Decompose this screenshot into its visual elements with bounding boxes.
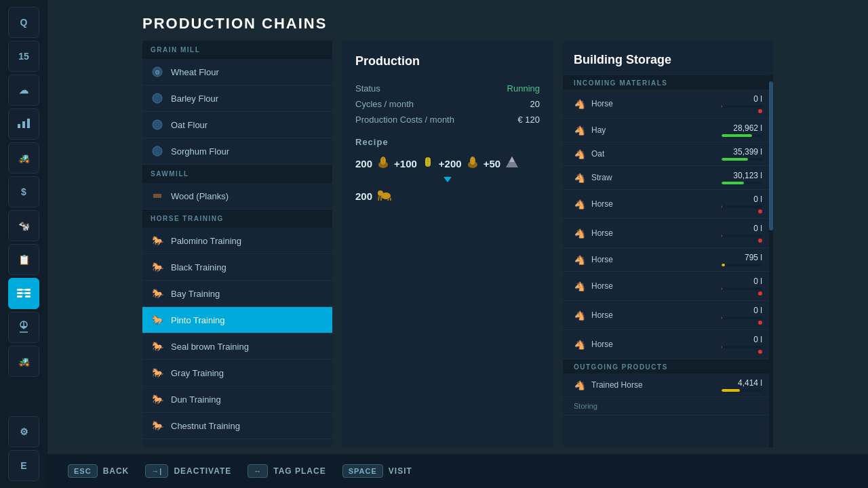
recipe-inputs: 200 +100 +200 +50 (355, 155, 540, 171)
hay-name: Hay (591, 125, 716, 135)
category-sawmill: SAWMILL (142, 165, 332, 183)
svg-rect-6 (25, 289, 31, 291)
status-value: Running (507, 83, 540, 94)
back-button[interactable]: ESC BACK (68, 464, 129, 478)
sidebar-btn-weather[interactable]: ☁ (8, 75, 39, 106)
cycles-value: 20 (530, 99, 540, 109)
list-item-black-training[interactable]: 🐎 Black Training (142, 254, 332, 281)
sidebar-btn-money[interactable]: $ (8, 176, 39, 207)
wood-planks-label: Wood (Planks) (171, 191, 229, 201)
chestnut-training-icon: 🐎 (151, 419, 164, 432)
tag-place-key: ↔ (248, 464, 268, 478)
sidebar-btn-15[interactable]: 15 (8, 41, 39, 72)
svg-marker-30 (443, 177, 452, 182)
list-item-seal-brown-training[interactable]: 🐎 Seal brown Training (142, 333, 332, 360)
q-label: Q (20, 17, 28, 28)
sidebar: Q 15 ☁ 🚜 $ 🐄 📋 🚜 ⚙ E (0, 0, 47, 488)
15-label: 15 (18, 51, 29, 62)
horse-icon-2: 🐴 (574, 198, 586, 210)
horse-icon-5: 🐴 (574, 280, 586, 292)
costs-value: € 120 (517, 115, 540, 125)
sidebar-btn-settings[interactable]: ⚙ (8, 416, 39, 447)
recipe-output: 200 (355, 188, 540, 204)
sidebar-btn-q[interactable]: Q (8, 7, 39, 38)
list-item-pinto-training[interactable]: 🐎 Pinto Training (142, 307, 332, 333)
trained-horse-bar (722, 389, 762, 392)
list-item-oat-flour[interactable]: Oat Flour (142, 112, 332, 138)
svg-line-35 (388, 198, 389, 201)
svg-rect-3 (17, 289, 22, 291)
input-amount-3: +200 (439, 158, 462, 169)
seal-brown-icon: 🐎 (151, 340, 164, 353)
tractor-icon: 🚜 (18, 152, 30, 163)
list-item-chestnut-training[interactable]: 🐎 Chestnut Training (142, 413, 332, 439)
storage-item-horse-3: 🐴 Horse 0 l (563, 219, 773, 248)
sidebar-btn-e[interactable]: E (8, 450, 39, 481)
palomino-icon: 🐎 (151, 234, 164, 247)
deactivate-label: DEACTIVATE (174, 466, 231, 476)
sidebar-btn-notes[interactable]: 📋 (8, 244, 39, 275)
storage-item-hay: 🐴 Hay 28,962 l (563, 119, 773, 142)
chestnut-training-label: Chestnut Training (171, 421, 240, 431)
oat-flour-label: Oat Flour (171, 120, 208, 130)
horse-bar-7 (722, 346, 762, 348)
storage-list: INCOMING MATERIALS 🐴 Horse 0 l 🐴 Hay (563, 75, 773, 447)
pinto-training-icon: 🐎 (151, 313, 164, 327)
horse-amount-6: 0 l (753, 306, 762, 315)
horse-dot-2 (758, 209, 762, 214)
sidebar-btn-tractor[interactable]: 🚜 (8, 142, 39, 174)
horse-icon-3: 🐴 (574, 227, 586, 239)
horse-icon-4: 🐴 (574, 253, 586, 266)
horse-bar-6 (722, 317, 762, 319)
list-item-bay-training[interactable]: 🐎 Bay Training (142, 281, 332, 307)
gray-training-icon: 🐎 (151, 366, 164, 380)
horse-name-7: Horse (591, 340, 716, 349)
list-item-wood-planks[interactable]: Wood (Planks) (142, 183, 332, 209)
svg-rect-1 (22, 121, 25, 128)
horse-dot-5 (758, 291, 762, 296)
list-item-gray-training[interactable]: 🐎 Gray Training (142, 360, 332, 386)
production-detail-panel: Production Status Running Cycles / month… (342, 41, 553, 447)
bay-training-icon: 🐎 (151, 287, 164, 300)
horse-bar-2 (722, 205, 762, 208)
oat-amount: 35,399 l (733, 147, 762, 157)
right-scrollbar[interactable] (769, 75, 773, 447)
hay-bar (722, 134, 762, 137)
oat-name: Oat (591, 149, 716, 159)
status-row: Status Running (355, 82, 540, 95)
black-training-icon: 🐎 (151, 260, 164, 274)
straw-bar (722, 182, 762, 184)
input-amount-1: 200 (355, 158, 372, 169)
tag-place-button[interactable]: ↔ TAG PLACE (248, 464, 326, 478)
horse-bar-5 (722, 287, 762, 290)
content-area: GRAIN MILL ⚙ Wheat Flour Barley Flour Oa… (47, 41, 868, 488)
list-item-sorghum-flour[interactable]: Sorghum Flour (142, 138, 332, 165)
wheat-flour-icon: ⚙ (151, 65, 164, 79)
animals-icon: 🐄 (18, 220, 30, 231)
straw-name: Straw (591, 173, 716, 182)
list-item-palomino-training[interactable]: 🐎 Palomino Training (142, 228, 332, 254)
input-icon-corn (421, 155, 435, 171)
sidebar-btn-stats[interactable] (8, 108, 39, 140)
horse-bar-1 (722, 105, 762, 108)
sidebar-btn-animals[interactable]: 🐄 (8, 210, 39, 241)
list-item-barley-flour[interactable]: Barley Flour (142, 85, 332, 112)
sidebar-btn-production[interactable] (8, 278, 39, 309)
sidebar-btn-download[interactable] (8, 312, 39, 343)
scrollbar-thumb (769, 81, 773, 230)
horse-name-6: Horse (591, 310, 716, 320)
deactivate-button[interactable]: →| DEACTIVATE (145, 464, 231, 478)
horse-bar-4 (722, 264, 762, 266)
recipe-section: Recipe 200 +100 +200 +50 (355, 137, 540, 204)
trained-horse-name: Trained Horse (591, 380, 716, 390)
download-icon (18, 321, 29, 335)
list-item-dun-training[interactable]: 🐎 Dun Training (142, 386, 332, 413)
svg-rect-20 (153, 194, 161, 198)
sidebar-btn-vehicle[interactable]: 🚜 (8, 346, 39, 377)
list-item-wheat-flour[interactable]: ⚙ Wheat Flour (142, 59, 332, 85)
horse-name-5: Horse (591, 281, 716, 291)
horse-name-2: Horse (591, 199, 716, 209)
input-amount-4: +50 (484, 158, 500, 169)
visit-button[interactable]: SPACE VISIT (342, 464, 412, 478)
dun-training-label: Dun Training (171, 394, 221, 405)
